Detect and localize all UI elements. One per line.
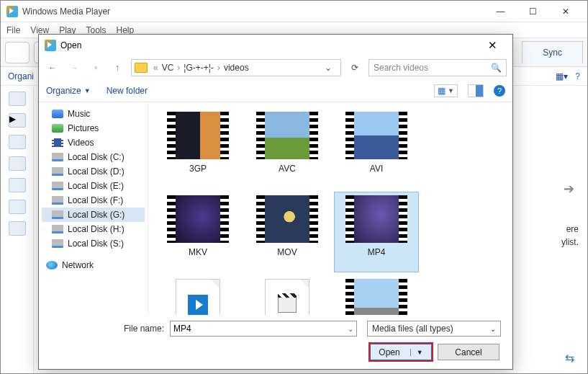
wmp-switch-view-icon[interactable]: ⇆ [565, 351, 574, 365]
tree-item-pictures[interactable]: Pictures [42, 121, 145, 135]
tree-item-local-disk-g-[interactable]: Local Disk (G:) [42, 208, 145, 222]
disk-icon [52, 225, 63, 233]
cancel-button[interactable]: Cancel [438, 344, 499, 360]
wmp-tab-sync[interactable]: Sync [522, 41, 583, 63]
filename-input[interactable]: MP4 ⌄ [170, 321, 357, 337]
close-button[interactable]: ✕ [549, 1, 582, 22]
music-icon [52, 110, 63, 118]
breadcrumb-part-1[interactable]: VC [162, 63, 174, 73]
search-input[interactable]: Search videos 🔍 [368, 59, 507, 76]
breadcrumb-part-3[interactable]: videos [224, 63, 249, 73]
open-split-caret-icon[interactable]: ▼ [410, 349, 423, 356]
file-label: MOV [277, 247, 297, 257]
disk-icon [52, 239, 63, 248]
breadcrumb-sep-2: › [215, 63, 222, 73]
tree-item-label: Videos [68, 138, 94, 148]
breadcrumb-prefix: « [151, 63, 160, 73]
filename-label: File name: [49, 324, 164, 334]
wmp-organize-label[interactable]: Organi [8, 71, 34, 81]
file-item-mov[interactable]: MOV [245, 192, 330, 272]
wmp-nav-icon-6[interactable] [9, 200, 26, 214]
help-button[interactable]: ? [494, 85, 505, 97]
file-label: MKV [189, 247, 207, 257]
wmp-nav-icon-7[interactable] [9, 221, 26, 236]
disk-icon [52, 153, 63, 161]
tree-item-label: Local Disk (G:) [68, 210, 125, 220]
disk-icon [52, 196, 63, 205]
wmp-title: Windows Media Player [22, 6, 110, 17]
file-type-filter[interactable]: Media files (all types) ⌄ [367, 321, 501, 337]
wmp-nav-icon-2[interactable]: ▶ [9, 113, 26, 128]
thumbnails-icon: ▦ [438, 86, 445, 96]
dialog-toolbar: Organize ▼ New folder ▦ ▼ ? [39, 79, 512, 102]
tree-item-local-disk-d-[interactable]: Local Disk (D:) [42, 164, 145, 179]
pictures-icon [52, 124, 63, 133]
wmp-truncated-text-1: ere [566, 224, 579, 234]
disk-icon [52, 167, 63, 176]
filter-caret-icon: ⌄ [490, 325, 496, 333]
tree-item-network[interactable]: Network [42, 258, 145, 272]
file-item-avi[interactable]: AVI [334, 108, 419, 189]
tree-item-local-disk-f-[interactable]: Local Disk (F:) [42, 193, 145, 208]
search-icon: 🔍 [491, 63, 502, 73]
filename-caret-icon[interactable]: ⌄ [348, 325, 353, 333]
file-item-wmv-2-[interactable]: WMV (2) [334, 275, 419, 315]
file-grid: 3GPAVCAVIMKVMOVMP4MPGVOBWMV (2)WMV [155, 108, 505, 315]
disk-icon [52, 182, 63, 190]
wmp-help-icon[interactable]: ? [575, 71, 580, 81]
folder-icon [135, 63, 148, 73]
maximize-button[interactable]: ☐ [517, 1, 549, 22]
organize-menu[interactable]: Organize ▼ [46, 86, 91, 96]
tree-item-local-disk-c-[interactable]: Local Disk (C:) [42, 150, 145, 164]
tree-item-local-disk-s-[interactable]: Local Disk (S:) [42, 236, 145, 251]
chevron-down-icon: ▼ [448, 87, 454, 94]
chevron-down-icon: ▼ [84, 87, 91, 94]
wmp-nav-icon-1[interactable] [9, 92, 26, 106]
open-button-label: Open [379, 347, 399, 357]
nav-back-button[interactable]: ← [45, 60, 60, 76]
wmp-logo-icon [6, 6, 18, 17]
tree-item-music[interactable]: Music [42, 107, 145, 121]
breadcrumb-sep-1: › [175, 63, 182, 73]
breadcrumb-caret-icon[interactable]: ⌄ [319, 63, 338, 73]
filename-value: MP4 [173, 324, 191, 334]
wmp-next-arrow-icon[interactable]: ➔ [564, 181, 574, 197]
menu-file[interactable]: File [6, 25, 20, 35]
file-item-mpg[interactable]: MPG [155, 275, 240, 315]
wmp-nav-icon-3[interactable] [9, 135, 26, 149]
breadcrumb[interactable]: « VC › ¦G-+-+¦- › videos ⌄ [131, 59, 341, 76]
breadcrumb-part-2[interactable]: ¦G-+-+¦- [184, 63, 214, 73]
tree-item-label: Local Disk (D:) [68, 166, 125, 177]
wmp-nav-panel: ▶ [1, 87, 34, 373]
file-item-mkv[interactable]: MKV [155, 192, 240, 272]
dialog-close-button[interactable]: ✕ [478, 39, 507, 52]
dialog-nav-row: ← → ▾ ↑ « VC › ¦G-+-+¦- › videos ⌄ ⟳ Sea… [39, 56, 512, 79]
wmp-back-button[interactable] [5, 42, 30, 63]
minimize-button[interactable]: — [484, 1, 517, 22]
tree-item-local-disk-e-[interactable]: Local Disk (E:) [42, 179, 145, 193]
refresh-button[interactable]: ⟳ [347, 63, 363, 73]
nav-up-button[interactable]: ↑ [109, 60, 125, 76]
wmp-nav-icon-4[interactable] [9, 156, 26, 171]
nav-recent-caret-icon[interactable]: ▾ [88, 60, 104, 76]
tree-item-videos[interactable]: Videos [42, 135, 145, 150]
file-thumbnail [176, 279, 220, 315]
wmp-titlebar: Windows Media Player — ☐ ✕ [1, 1, 587, 22]
open-button[interactable]: Open ▼ [370, 344, 432, 360]
file-item-3gp[interactable]: 3GP [155, 108, 240, 189]
wmp-nav-icon-5[interactable] [9, 178, 26, 192]
wmp-options-icon[interactable]: ▦▾ [556, 71, 568, 81]
video-thumbnail [256, 195, 318, 243]
file-item-avc[interactable]: AVC [245, 108, 330, 189]
tree-item-local-disk-h-[interactable]: Local Disk (H:) [42, 222, 145, 236]
file-item-vob[interactable]: VOB [245, 275, 330, 315]
view-mode-button[interactable]: ▦ ▼ [434, 84, 458, 97]
file-label: 3GP [189, 164, 207, 174]
preview-pane-button[interactable] [468, 84, 484, 97]
file-label: MP4 [368, 247, 386, 257]
new-folder-button[interactable]: New folder [107, 86, 148, 96]
tree-item-label: Local Disk (E:) [68, 181, 124, 191]
nav-forward-button[interactable]: → [66, 60, 82, 76]
disk-icon [52, 210, 63, 219]
file-item-mp4[interactable]: MP4 [334, 192, 419, 272]
